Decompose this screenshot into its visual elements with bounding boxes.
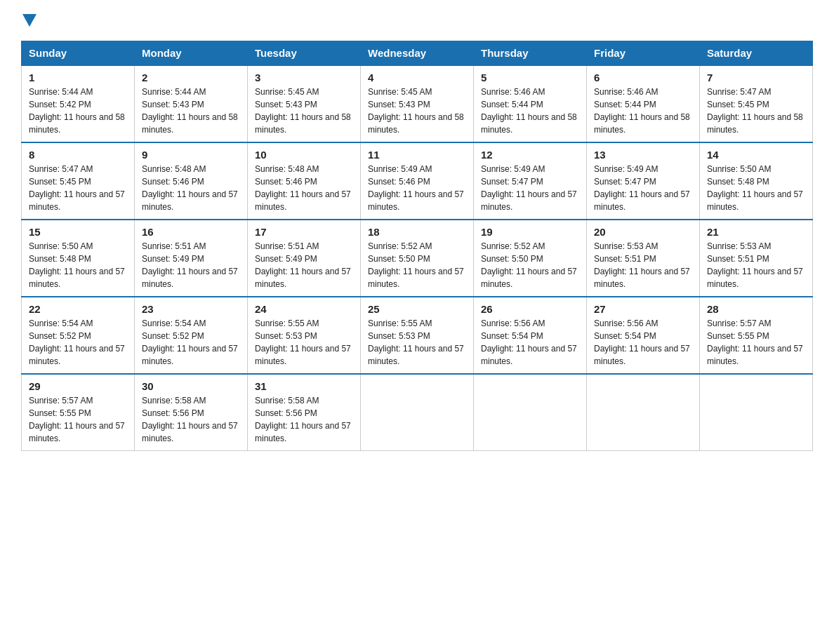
day-number: 6 bbox=[594, 72, 692, 83]
calendar-day-cell: 1 Sunrise: 5:44 AM Sunset: 5:42 PM Dayli… bbox=[22, 65, 135, 142]
day-number: 28 bbox=[707, 303, 805, 315]
page-header bbox=[21, 14, 813, 27]
calendar-header-thursday: Thursday bbox=[474, 41, 587, 66]
day-info: Sunrise: 5:58 AM Sunset: 5:56 PM Dayligh… bbox=[255, 394, 353, 445]
day-info: Sunrise: 5:46 AM Sunset: 5:44 PM Dayligh… bbox=[594, 86, 692, 136]
day-number: 15 bbox=[29, 226, 127, 238]
day-number: 14 bbox=[707, 149, 805, 161]
calendar-day-cell: 21 Sunrise: 5:53 AM Sunset: 5:51 PM Dayl… bbox=[700, 220, 813, 297]
calendar-header-sunday: Sunday bbox=[22, 41, 135, 66]
calendar-week-row: 1 Sunrise: 5:44 AM Sunset: 5:42 PM Dayli… bbox=[22, 65, 813, 142]
day-info: Sunrise: 5:54 AM Sunset: 5:52 PM Dayligh… bbox=[142, 317, 240, 368]
day-number: 20 bbox=[594, 226, 692, 238]
day-number: 16 bbox=[142, 226, 240, 238]
calendar-day-cell: 29 Sunrise: 5:57 AM Sunset: 5:55 PM Dayl… bbox=[22, 374, 135, 451]
calendar-header-tuesday: Tuesday bbox=[248, 41, 361, 66]
day-info: Sunrise: 5:47 AM Sunset: 5:45 PM Dayligh… bbox=[29, 163, 127, 213]
day-info: Sunrise: 5:48 AM Sunset: 5:46 PM Dayligh… bbox=[255, 163, 353, 213]
day-info: Sunrise: 5:45 AM Sunset: 5:43 PM Dayligh… bbox=[368, 86, 466, 136]
calendar-day-cell: 9 Sunrise: 5:48 AM Sunset: 5:46 PM Dayli… bbox=[135, 142, 248, 220]
day-number: 25 bbox=[368, 303, 466, 315]
calendar-day-cell: 11 Sunrise: 5:49 AM Sunset: 5:46 PM Dayl… bbox=[361, 142, 474, 220]
calendar-day-cell: 26 Sunrise: 5:56 AM Sunset: 5:54 PM Dayl… bbox=[474, 297, 587, 374]
calendar-day-cell: 8 Sunrise: 5:47 AM Sunset: 5:45 PM Dayli… bbox=[22, 142, 135, 220]
day-info: Sunrise: 5:44 AM Sunset: 5:43 PM Dayligh… bbox=[142, 86, 240, 136]
calendar-day-cell: 23 Sunrise: 5:54 AM Sunset: 5:52 PM Dayl… bbox=[135, 297, 248, 374]
day-number: 19 bbox=[481, 226, 579, 238]
day-number: 21 bbox=[707, 226, 805, 238]
calendar-table: SundayMondayTuesdayWednesdayThursdayFrid… bbox=[21, 41, 813, 451]
calendar-day-cell bbox=[700, 374, 813, 451]
calendar-header-row: SundayMondayTuesdayWednesdayThursdayFrid… bbox=[22, 41, 813, 66]
logo bbox=[21, 14, 38, 27]
day-info: Sunrise: 5:55 AM Sunset: 5:53 PM Dayligh… bbox=[368, 317, 466, 368]
calendar-day-cell: 2 Sunrise: 5:44 AM Sunset: 5:43 PM Dayli… bbox=[135, 65, 248, 142]
calendar-day-cell: 6 Sunrise: 5:46 AM Sunset: 5:44 PM Dayli… bbox=[587, 65, 700, 142]
day-number: 11 bbox=[368, 149, 466, 161]
day-info: Sunrise: 5:45 AM Sunset: 5:43 PM Dayligh… bbox=[255, 86, 353, 136]
calendar-week-row: 22 Sunrise: 5:54 AM Sunset: 5:52 PM Dayl… bbox=[22, 297, 813, 374]
day-number: 27 bbox=[594, 303, 692, 315]
day-info: Sunrise: 5:47 AM Sunset: 5:45 PM Dayligh… bbox=[707, 86, 805, 136]
calendar-week-row: 29 Sunrise: 5:57 AM Sunset: 5:55 PM Dayl… bbox=[22, 374, 813, 451]
day-info: Sunrise: 5:50 AM Sunset: 5:48 PM Dayligh… bbox=[707, 163, 805, 213]
day-number: 22 bbox=[29, 303, 127, 315]
day-info: Sunrise: 5:50 AM Sunset: 5:48 PM Dayligh… bbox=[29, 240, 127, 290]
day-number: 8 bbox=[29, 149, 127, 161]
calendar-day-cell: 10 Sunrise: 5:48 AM Sunset: 5:46 PM Dayl… bbox=[248, 142, 361, 220]
calendar-day-cell bbox=[587, 374, 700, 451]
calendar-day-cell: 15 Sunrise: 5:50 AM Sunset: 5:48 PM Dayl… bbox=[22, 220, 135, 297]
day-number: 4 bbox=[368, 72, 466, 83]
day-number: 3 bbox=[255, 72, 353, 83]
calendar-header-saturday: Saturday bbox=[700, 41, 813, 66]
calendar-week-row: 15 Sunrise: 5:50 AM Sunset: 5:48 PM Dayl… bbox=[22, 220, 813, 297]
calendar-header-monday: Monday bbox=[135, 41, 248, 66]
calendar-day-cell: 7 Sunrise: 5:47 AM Sunset: 5:45 PM Dayli… bbox=[700, 65, 813, 142]
calendar-day-cell: 13 Sunrise: 5:49 AM Sunset: 5:47 PM Dayl… bbox=[587, 142, 700, 220]
calendar-header-wednesday: Wednesday bbox=[361, 41, 474, 66]
day-info: Sunrise: 5:48 AM Sunset: 5:46 PM Dayligh… bbox=[142, 163, 240, 213]
day-info: Sunrise: 5:55 AM Sunset: 5:53 PM Dayligh… bbox=[255, 317, 353, 368]
day-number: 10 bbox=[255, 149, 353, 161]
calendar-day-cell: 5 Sunrise: 5:46 AM Sunset: 5:44 PM Dayli… bbox=[474, 65, 587, 142]
day-number: 9 bbox=[142, 149, 240, 161]
calendar-header-friday: Friday bbox=[587, 41, 700, 66]
day-number: 12 bbox=[481, 149, 579, 161]
calendar-day-cell: 30 Sunrise: 5:58 AM Sunset: 5:56 PM Dayl… bbox=[135, 374, 248, 451]
calendar-day-cell: 17 Sunrise: 5:51 AM Sunset: 5:49 PM Dayl… bbox=[248, 220, 361, 297]
day-number: 23 bbox=[142, 303, 240, 315]
day-info: Sunrise: 5:52 AM Sunset: 5:50 PM Dayligh… bbox=[481, 240, 579, 290]
day-number: 24 bbox=[255, 303, 353, 315]
day-info: Sunrise: 5:54 AM Sunset: 5:52 PM Dayligh… bbox=[29, 317, 127, 368]
day-info: Sunrise: 5:58 AM Sunset: 5:56 PM Dayligh… bbox=[142, 394, 240, 445]
calendar-week-row: 8 Sunrise: 5:47 AM Sunset: 5:45 PM Dayli… bbox=[22, 142, 813, 220]
day-number: 29 bbox=[29, 380, 127, 392]
day-info: Sunrise: 5:44 AM Sunset: 5:42 PM Dayligh… bbox=[29, 86, 127, 136]
calendar-day-cell: 14 Sunrise: 5:50 AM Sunset: 5:48 PM Dayl… bbox=[700, 142, 813, 220]
day-number: 31 bbox=[255, 380, 353, 392]
calendar-day-cell: 3 Sunrise: 5:45 AM Sunset: 5:43 PM Dayli… bbox=[248, 65, 361, 142]
calendar-day-cell bbox=[361, 374, 474, 451]
day-info: Sunrise: 5:56 AM Sunset: 5:54 PM Dayligh… bbox=[481, 317, 579, 368]
day-info: Sunrise: 5:49 AM Sunset: 5:47 PM Dayligh… bbox=[481, 163, 579, 213]
day-info: Sunrise: 5:53 AM Sunset: 5:51 PM Dayligh… bbox=[707, 240, 805, 290]
day-info: Sunrise: 5:51 AM Sunset: 5:49 PM Dayligh… bbox=[142, 240, 240, 290]
day-info: Sunrise: 5:52 AM Sunset: 5:50 PM Dayligh… bbox=[368, 240, 466, 290]
day-number: 17 bbox=[255, 226, 353, 238]
calendar-day-cell: 25 Sunrise: 5:55 AM Sunset: 5:53 PM Dayl… bbox=[361, 297, 474, 374]
day-info: Sunrise: 5:49 AM Sunset: 5:46 PM Dayligh… bbox=[368, 163, 466, 213]
calendar-day-cell: 28 Sunrise: 5:57 AM Sunset: 5:55 PM Dayl… bbox=[700, 297, 813, 374]
day-info: Sunrise: 5:49 AM Sunset: 5:47 PM Dayligh… bbox=[594, 163, 692, 213]
day-info: Sunrise: 5:51 AM Sunset: 5:49 PM Dayligh… bbox=[255, 240, 353, 290]
calendar-day-cell: 19 Sunrise: 5:52 AM Sunset: 5:50 PM Dayl… bbox=[474, 220, 587, 297]
calendar-day-cell bbox=[474, 374, 587, 451]
calendar-day-cell: 22 Sunrise: 5:54 AM Sunset: 5:52 PM Dayl… bbox=[22, 297, 135, 374]
calendar-day-cell: 12 Sunrise: 5:49 AM Sunset: 5:47 PM Dayl… bbox=[474, 142, 587, 220]
day-number: 30 bbox=[142, 380, 240, 392]
day-info: Sunrise: 5:57 AM Sunset: 5:55 PM Dayligh… bbox=[707, 317, 805, 368]
calendar-day-cell: 27 Sunrise: 5:56 AM Sunset: 5:54 PM Dayl… bbox=[587, 297, 700, 374]
calendar-day-cell: 24 Sunrise: 5:55 AM Sunset: 5:53 PM Dayl… bbox=[248, 297, 361, 374]
calendar-day-cell: 18 Sunrise: 5:52 AM Sunset: 5:50 PM Dayl… bbox=[361, 220, 474, 297]
day-number: 5 bbox=[481, 72, 579, 83]
day-info: Sunrise: 5:53 AM Sunset: 5:51 PM Dayligh… bbox=[594, 240, 692, 290]
